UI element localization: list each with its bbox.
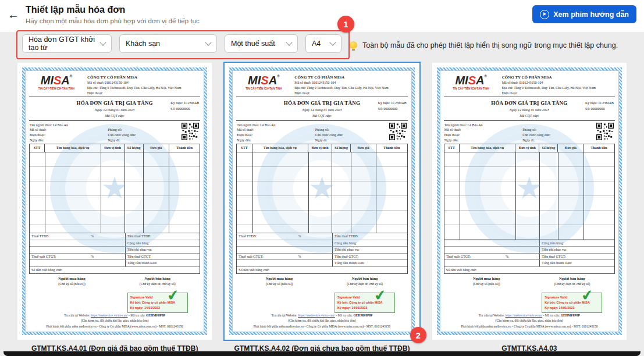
- buyer-info-block: Tên người mua: Lê Bảo An Mã số thuế: Điệ…: [236, 121, 407, 144]
- invoice-preview[interactable]: ★ MISA® TIN CẬY-TIỆN ÍCH-TẬN TÌNH CÔNG T…: [432, 63, 627, 340]
- col-unit-price: Đơn giá: [351, 144, 376, 152]
- table-header-row: STT Tên hàng hóa, dịch vụ Đơn vị tính Số…: [444, 144, 614, 152]
- qr-code: [182, 123, 199, 140]
- company-tax-code: Mã số thuế: 0101243150-104: [502, 80, 596, 86]
- service-fee-label: Tiền phí phục vụ:: [332, 247, 407, 253]
- step-1-badge: 1: [337, 16, 354, 33]
- check-note: (Cần kiểm tra, đối chiếu khi lập, giao, …: [236, 318, 407, 323]
- company-address: Địa chỉ: Tầng 9 Technosoft, Duy Tân, Cầu…: [87, 86, 181, 91]
- grand-total-row: Tổng tiền thanh toán:: [30, 260, 200, 267]
- vat-amount-label: Tiền thuế GTGT:: [125, 254, 200, 260]
- play-icon: [540, 10, 549, 19]
- back-arrow-icon[interactable]: ←: [8, 9, 19, 20]
- checkmark-icon: ✔: [166, 287, 180, 304]
- invoice-type-dropdown[interactable]: Hóa đơn GTGT khởi tạo từ: [22, 34, 112, 53]
- line-items-table: STT Tên hàng hóa, dịch vụ Đơn vị tính Số…: [29, 144, 200, 233]
- invoice-preview[interactable]: ★ MISA® TIN CẬY-TIỆN ÍCH-TẬN TÌNH CÔNG T…: [225, 63, 419, 340]
- invoice-serial: Ký hiệu: 1C23MAB: [378, 100, 407, 106]
- col-amount: Thành tiền: [376, 144, 407, 152]
- template-card[interactable]: ★ MISA® TIN CẬY-TIỆN ÍCH-TẬN TÌNH CÔNG T…: [17, 63, 212, 353]
- col-description: Tên hàng hóa, dịch vụ: [460, 144, 515, 152]
- signatures-block: Người mua hàng (Chữ ký số (nếu có)) Ngườ…: [236, 274, 407, 313]
- step-2-badge: 2: [410, 327, 426, 343]
- lookup-url-link: https://meinvoice.vn/tra-cuu/: [298, 314, 335, 317]
- lookup-prefix: Tra cứu tại Website:: [64, 314, 90, 317]
- vat-rate-label: Thuế suất GTGT:: [30, 254, 91, 259]
- grand-total-row: Tổng tiền thanh toán:: [444, 260, 614, 267]
- invoice-cqt-code: Mã CQT cấp:: [29, 113, 200, 119]
- vat-percent: %: [506, 254, 539, 259]
- service-fee-label: Tiền phí phục vụ:: [125, 247, 200, 253]
- lookup-prefix: Tra cứu tại Website:: [272, 314, 297, 317]
- buyer-signature-note: (Chữ ký số (nếu có)): [444, 282, 529, 286]
- grand-total-row: Tổng tiền thanh toán:: [237, 260, 407, 267]
- invoice-preview[interactable]: ★ MISA® TIN CẬY-TIỆN ÍCH-TẬN TÌNH CÔNG T…: [17, 63, 212, 340]
- company-address: Địa chỉ: Tầng 9 Technosoft, Duy Tân, Cầu…: [294, 86, 388, 91]
- seller-signature-note: (Chữ ký điện tử, chữ ký số): [322, 282, 407, 286]
- lookup-separator: - Mã tra cứu:: [543, 314, 560, 317]
- subtotal-label: Cộng tiền hàng:: [125, 240, 200, 247]
- invoice-document: ★ MISA® TIN CẬY-TIỆN ÍCH-TẬN TÌNH CÔNG T…: [229, 67, 414, 335]
- watch-tutorial-label: Xem phim hướng dẫn: [553, 10, 629, 19]
- chevron-down-icon: [329, 39, 336, 45]
- tax-rate-dropdown[interactable]: Một thuế suất: [225, 34, 298, 53]
- template-card[interactable]: ★ MISA® TIN CẬY-TIỆN ÍCH-TẬN TÌNH CÔNG T…: [225, 63, 419, 353]
- invoice-serial: Ký hiệu: 1C23MAB: [170, 100, 199, 106]
- line-items-table: STT Tên hàng hóa, dịch vụ Đơn vị tính Số…: [236, 144, 407, 233]
- totals-block: Thuế TTĐB: % Tiền thuế TTĐB: Cộng tiền h…: [29, 233, 200, 274]
- watch-tutorial-button[interactable]: Xem phim hướng dẫn: [532, 5, 636, 23]
- lookup-code: GEHMF8P8P: [561, 314, 580, 317]
- lookup-separator: - Mã tra cứu:: [336, 314, 353, 317]
- col-unit: Đơn vị tính: [308, 144, 332, 152]
- misa-logo: MISA® TIN CẬY-TIỆN ÍCH-TẬN TÌNH: [30, 74, 83, 95]
- buyer-tax-code: Mã số thuế:: [30, 127, 108, 133]
- digital-signature-stamp: Signature Valid Ký bởi: Công ty cổ phần …: [335, 293, 395, 313]
- template-card[interactable]: ★ MISA® TIN CẬY-TIỆN ÍCH-TẬN TÌNH CÔNG T…: [432, 63, 627, 353]
- ttdb-amount-label: Tiền thuế TTĐB:: [125, 233, 200, 240]
- checkmark-icon: ✔: [581, 287, 595, 304]
- misa-logo-tagline: TIN CẬY-TIỆN ÍCH-TẬN TÌNH: [444, 87, 498, 91]
- company-address: Địa chỉ: Tầng 9 Technosoft, Duy Tân, Cầu…: [502, 86, 596, 91]
- invoice-number: Số: 00000000: [585, 106, 614, 112]
- digital-signature-stamp: Signature Valid Ký bởi: Công ty cổ phần …: [542, 293, 602, 313]
- seller-signature-note: (Chữ ký điện tử, chữ ký số): [529, 282, 615, 286]
- invoice-number: Số: 00000000: [378, 106, 407, 112]
- company-name: CÔNG TY CỔ PHẦN MISA: [294, 74, 388, 80]
- col-amount: Thành tiền: [583, 144, 614, 152]
- invoice-number: Số: 00000000: [170, 106, 199, 112]
- invoice-template-setup-page: ← Thiết lập mẫu hóa đơn Hãy chọn một mẫu…: [0, 0, 644, 356]
- service-fee-label: Tiền phí phục vụ:: [539, 247, 614, 253]
- misa-logo: MISA® TIN CẬY-TIỆN ÍCH-TẬN TÌNH: [237, 74, 290, 95]
- vat-row: Thuế suất GTGT: % Tiền thuế GTGT:: [30, 254, 200, 261]
- table-header-row: STT Tên hàng hóa, dịch vụ Đơn vị tính Số…: [237, 144, 407, 152]
- empty-table-rows: [30, 152, 200, 233]
- buyer-phone: Điện thoại:: [444, 133, 522, 138]
- buyer-checkin-date: Ngày đến:: [444, 138, 522, 143]
- ttdb-rate-label: Thuế TTĐB:: [237, 234, 298, 239]
- subtotal-row: Cộng tiền hàng:: [444, 240, 614, 247]
- buyer-info-block: Tên người mua: Lê Bảo An Mã số thuế: Điệ…: [29, 121, 200, 144]
- lookup-code: GEHMF8P8P: [146, 314, 165, 317]
- subtotal-label: Cộng tiền hàng:: [539, 240, 614, 247]
- subtotal-row: Cộng tiền hàng:: [237, 240, 407, 247]
- publisher-line: Phát hành bởi phần mềm meInvoice.vn - Cô…: [444, 324, 615, 329]
- lookup-url-link: https://meinvoice.vn/tra-cuu/: [91, 314, 128, 317]
- paper-size-dropdown[interactable]: A4: [305, 34, 341, 53]
- business-field-dropdown[interactable]: Khách sạn: [119, 34, 217, 53]
- col-quantity: Số lượng: [332, 144, 351, 152]
- company-name: CÔNG TY CỔ PHẦN MISA: [502, 74, 596, 80]
- service-fee-row: Tiền phí phục vụ:: [30, 247, 200, 254]
- invoice-title-block: HÓA ĐƠN GIÁ TRỊ GIA TĂNG Ngày 14 tháng 0…: [29, 97, 200, 120]
- buyer-info-block: Tên người mua: Lê Bảo An Mã số thuế: Điệ…: [444, 121, 615, 144]
- invoice-company-header: MISA® TIN CẬY-TIỆN ÍCH-TẬN TÌNH CÔNG TY …: [236, 73, 407, 97]
- totals-block: Thuế TTĐB: % Tiền thuế TTĐB: Cộng tiền h…: [236, 233, 407, 274]
- service-fee-row: Tiền phí phục vụ:: [237, 247, 407, 254]
- signatures-block: Người mua hàng (Chữ ký số (nếu có)) Ngườ…: [444, 274, 615, 313]
- invoice-cqt-code: Mã CQT cấp:: [444, 113, 615, 119]
- subtotal-row: Cộng tiền hàng:: [30, 240, 200, 247]
- col-unit: Đơn vị tính: [515, 144, 539, 152]
- filter-bar: Hóa đơn GTGT khởi tạo từ Khách sạn Một t…: [22, 34, 341, 53]
- signed-date-text: Ký ngày: 14/01/2023: [545, 305, 599, 311]
- vat-percent: %: [91, 254, 124, 259]
- chevron-down-icon: [99, 39, 106, 45]
